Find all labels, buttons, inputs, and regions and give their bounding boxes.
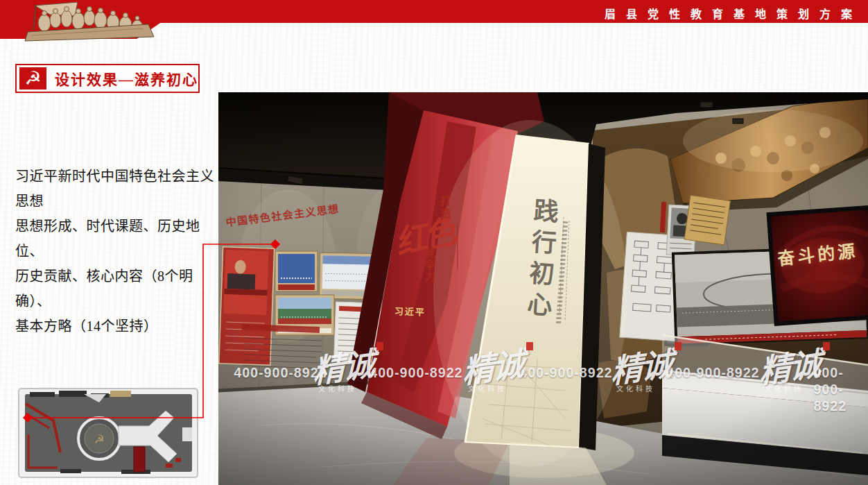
description-line: 思想 — [15, 189, 223, 214]
header-title: 眉县党性教育基地策划方案 — [605, 5, 862, 22]
description-line: 习近平新时代中国特色社会主义 — [15, 164, 223, 189]
book-panel-title-text: 习近平 — [394, 304, 426, 318]
description-line: 基本方略（14个坚持） — [15, 314, 223, 339]
watermark-seal-icon — [376, 342, 383, 350]
watermark-phone: 400-900-8922 — [370, 364, 462, 381]
party-emblem-icon: ☭ — [19, 67, 46, 90]
description-line: 思想形成、时代课题、历史地位、 — [15, 214, 223, 264]
plan-emblem-icon: ☭ — [94, 433, 104, 446]
section-title-box: ☭ 设计效果—滋养初心 — [15, 64, 200, 93]
slide-page: 眉县党性教育基地策划方案 ☭ 设计效果—滋养初心 习近平新时代中国特色社会主义 … — [0, 0, 868, 485]
calligraphy-divider — [457, 224, 458, 270]
description-line: 历史贡献、核心内容（8个明确）、 — [15, 264, 223, 314]
wall-calligraphy-block: 打造 红色 竞争力 — [400, 195, 457, 306]
watermark-brand-subtext: 文化科技 — [765, 383, 804, 393]
watermark-brand: 精诚 文化科技 — [611, 342, 680, 392]
watermark-phone: 400-900-8922 — [519, 364, 612, 381]
watermark-brand-subtext: 文化科技 — [318, 383, 357, 393]
watermark-phone: 400-900-8922 — [666, 364, 759, 381]
watermark-brand-subtext: 文化科技 — [468, 383, 507, 393]
section-title: 设计效果—滋养初心 — [55, 68, 198, 89]
floor-plan-thumbnail: ☭ — [17, 386, 202, 482]
watermark-seal-icon — [526, 342, 533, 350]
watermark-brand: 精诚 文化科技 — [313, 342, 382, 392]
monument-relief-graphic — [11, 1, 159, 44]
description-block: 习近平新时代中国特色社会主义 思想 思想形成、时代课题、历史地位、 历史贡献、核… — [15, 164, 223, 339]
watermark-brand-subtext: 文化科技 — [616, 383, 655, 393]
watermark-brand: 精诚 文化科技 — [759, 342, 828, 392]
calligraphy-suffix-text: 竞争力 — [422, 248, 437, 283]
watermark-brand: 精诚 文化科技 — [462, 342, 532, 392]
exhibition-render-image: 中国特色社会主义思想 打造 红色 竞争力 践行初心 习近平 奋斗的源 400-9… — [218, 92, 868, 485]
watermark-seal-icon — [675, 342, 682, 350]
watermark-seal-icon — [823, 342, 830, 350]
